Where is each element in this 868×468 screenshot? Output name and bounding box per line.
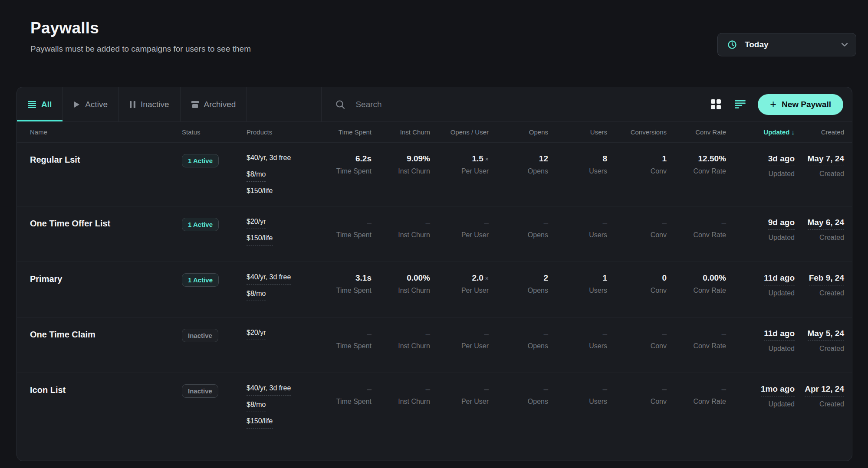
stat-label: Per User bbox=[430, 167, 489, 175]
col-conversions[interactable]: Conversions bbox=[607, 128, 667, 136]
tab-all[interactable]: All bbox=[17, 87, 63, 121]
stat-cell-opens-per-user: –Per User bbox=[430, 218, 489, 254]
status-badge: Inactive bbox=[182, 329, 218, 342]
product-item[interactable]: $150/life bbox=[247, 417, 273, 429]
product-item[interactable]: $40/yr, 3d free bbox=[247, 273, 291, 285]
col-time-spent[interactable]: Time Spent bbox=[323, 128, 372, 136]
stat-label: Opens bbox=[489, 231, 548, 239]
table-row[interactable]: One Time Offer List 1 Active $20/yr$150/… bbox=[17, 206, 852, 262]
stat-value: 1 bbox=[548, 273, 607, 283]
stat-value: – bbox=[548, 218, 607, 227]
stat-label: Opens bbox=[489, 342, 548, 350]
stat-label: Updated bbox=[726, 345, 795, 353]
stat-label: Conv Rate bbox=[667, 342, 726, 350]
product-item[interactable]: $40/yr, 3d free bbox=[247, 384, 291, 396]
stat-value: – bbox=[323, 329, 372, 338]
paywall-name: Icon List bbox=[30, 384, 182, 429]
table-row[interactable]: Icon List Inactive $40/yr, 3d free$8/mo$… bbox=[17, 373, 852, 436]
view-controls: + New Paywall bbox=[709, 87, 852, 121]
col-users[interactable]: Users bbox=[548, 128, 607, 136]
multiplier-suffix: × bbox=[483, 275, 489, 282]
stat-cell-opens: 2Opens bbox=[489, 273, 548, 309]
col-products[interactable]: Products bbox=[240, 128, 323, 136]
stat-value: – bbox=[430, 384, 489, 394]
stat-label: Per User bbox=[430, 231, 489, 239]
stat-label: Inst Churn bbox=[372, 231, 430, 239]
product-item[interactable]: $20/yr bbox=[247, 218, 266, 229]
stat-value: 1.5 × bbox=[430, 154, 489, 164]
col-name[interactable]: Name bbox=[30, 128, 182, 136]
stat-cell-opens-per-user: 2.0 ×Per User bbox=[430, 273, 489, 309]
stat-value: – bbox=[607, 384, 667, 394]
stat-value[interactable]: Feb 9, 24 bbox=[809, 273, 844, 285]
stat-label: Created bbox=[795, 289, 844, 297]
product-item[interactable]: $20/yr bbox=[247, 329, 266, 340]
date-filter-dropdown[interactable]: Today bbox=[717, 33, 856, 56]
stat-value: 2 bbox=[489, 273, 548, 283]
status-cell: 1 Active bbox=[182, 154, 240, 198]
col-opens[interactable]: Opens bbox=[489, 128, 548, 136]
status-cell: Inactive bbox=[182, 384, 240, 429]
stat-cell-time-spent: 6.2sTime Spent bbox=[323, 154, 372, 198]
col-inst-churn[interactable]: Inst Churn bbox=[372, 128, 430, 136]
table-row[interactable]: Regular Lsit 1 Active $40/yr, 3d free$8/… bbox=[17, 143, 852, 206]
stat-value[interactable]: May 7, 24 bbox=[808, 154, 845, 166]
paywall-name: Primary bbox=[30, 273, 182, 309]
stat-cell-conv-rate: –Conv Rate bbox=[667, 329, 726, 365]
tab-active[interactable]: Active bbox=[63, 87, 119, 121]
plus-icon: + bbox=[770, 99, 776, 110]
stat-value[interactable]: May 6, 24 bbox=[808, 218, 845, 230]
stat-value: – bbox=[548, 329, 607, 338]
search-input[interactable] bbox=[355, 100, 529, 109]
table-row[interactable]: One Time Claim Inactive $20/yr –Time Spe… bbox=[17, 317, 852, 373]
stat-label: Updated bbox=[726, 234, 795, 242]
stat-cell-time-spent: 3.1sTime Spent bbox=[323, 273, 372, 309]
stat-label: Created bbox=[795, 170, 844, 178]
product-item[interactable]: $8/mo bbox=[247, 401, 266, 412]
stat-value[interactable]: 11d ago bbox=[764, 273, 795, 285]
tab-label: All bbox=[41, 100, 52, 109]
products-list: $20/yr bbox=[240, 329, 323, 365]
tab-archived[interactable]: Archived bbox=[181, 87, 247, 121]
stat-value[interactable]: 1mo ago bbox=[761, 384, 795, 396]
col-opens-per-user[interactable]: Opens / User bbox=[430, 128, 489, 136]
product-item[interactable]: $40/yr, 3d free bbox=[247, 154, 291, 165]
new-paywall-button[interactable]: + New Paywall bbox=[758, 94, 843, 115]
stat-label: Created bbox=[795, 345, 844, 353]
stat-label: Users bbox=[548, 287, 607, 295]
stat-cell-conv-rate: 0.00%Conv Rate bbox=[667, 273, 726, 309]
stat-label: Time Spent bbox=[323, 342, 372, 350]
stat-value[interactable]: 11d ago bbox=[764, 329, 795, 341]
stat-value: – bbox=[667, 384, 726, 394]
tab-label: Inactive bbox=[141, 100, 169, 109]
stat-label: Inst Churn bbox=[372, 398, 430, 406]
col-conv-rate[interactable]: Conv Rate bbox=[667, 128, 726, 136]
stat-value: – bbox=[548, 384, 607, 394]
stat-cell-updated: 1mo agoUpdated bbox=[726, 384, 795, 429]
stat-label: Opens bbox=[489, 398, 548, 406]
col-created[interactable]: Created bbox=[795, 128, 844, 136]
stat-label: Conv Rate bbox=[667, 398, 726, 406]
stat-label: Time Spent bbox=[323, 167, 372, 175]
col-updated-sorted[interactable]: Updated ↓ bbox=[726, 128, 795, 136]
stat-value: – bbox=[667, 329, 726, 338]
table-row[interactable]: Primary 1 Active $40/yr, 3d free$8/mo 3.… bbox=[17, 262, 852, 317]
paywall-name: One Time Offer List bbox=[30, 218, 182, 254]
product-item[interactable]: $8/mo bbox=[247, 290, 266, 301]
tab-inactive[interactable]: Inactive bbox=[119, 87, 180, 121]
grid-view-icon[interactable] bbox=[709, 98, 722, 111]
list-view-icon[interactable] bbox=[733, 98, 746, 111]
stat-value[interactable]: Apr 12, 24 bbox=[805, 384, 844, 396]
stat-value[interactable]: May 5, 24 bbox=[808, 329, 845, 341]
stat-label: Created bbox=[795, 400, 844, 408]
product-item[interactable]: $8/mo bbox=[247, 170, 266, 182]
stat-value[interactable]: 3d ago bbox=[768, 154, 795, 166]
col-status[interactable]: Status bbox=[182, 128, 240, 136]
stat-value[interactable]: 9d ago bbox=[768, 218, 795, 230]
product-item[interactable]: $150/life bbox=[247, 234, 273, 245]
stat-label: Time Spent bbox=[323, 231, 372, 239]
product-item[interactable]: $150/life bbox=[247, 187, 273, 198]
stat-cell-conv: –Conv bbox=[607, 329, 667, 365]
multiplier-suffix: × bbox=[483, 156, 489, 163]
stat-cell-conv: 1Conv bbox=[607, 154, 667, 198]
